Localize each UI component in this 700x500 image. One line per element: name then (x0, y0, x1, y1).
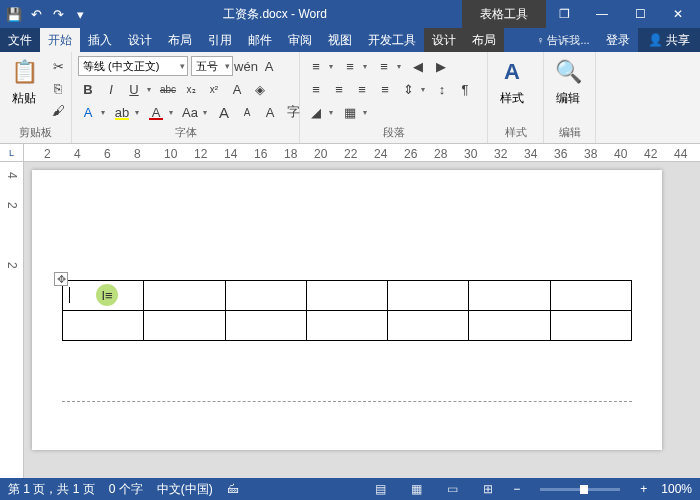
qa-redo[interactable]: ↷ (50, 7, 66, 22)
bullets-button[interactable]: ≡ (306, 56, 326, 76)
subscript-button[interactable]: x₂ (181, 79, 201, 99)
align-right-button[interactable]: ≡ (352, 79, 372, 99)
win-restore-icon[interactable]: ❐ (546, 7, 582, 21)
italic-button[interactable]: I (101, 79, 121, 99)
line-spacing-button[interactable]: ⇕ (398, 79, 418, 99)
indent-inc-button[interactable]: ▶ (431, 56, 451, 76)
ruler-corner[interactable]: L (0, 144, 24, 162)
clear-format-button[interactable]: ◈ (250, 79, 270, 99)
align-center-button[interactable]: ≡ (329, 79, 349, 99)
table-row[interactable]: I≡ (63, 281, 632, 311)
tab-developer[interactable]: 开发工具 (360, 28, 424, 52)
page: ✥ I≡ (32, 170, 662, 450)
qa-undo[interactable]: ↶ (28, 7, 44, 22)
view-read-icon[interactable]: ▤ (369, 482, 391, 496)
superscript-button[interactable]: x² (204, 79, 224, 99)
cut-button[interactable]: ✂ (48, 56, 68, 76)
page-break-line (62, 401, 632, 402)
tab-view[interactable]: 视图 (320, 28, 360, 52)
zoom-out-button[interactable]: − (513, 482, 520, 496)
table-cell[interactable] (388, 281, 469, 311)
shading-button[interactable]: ◢ (306, 102, 326, 122)
ruler-vertical[interactable]: 422 (0, 162, 24, 478)
win-min-icon[interactable]: — (584, 7, 620, 21)
tab-references[interactable]: 引用 (200, 28, 240, 52)
tab-table-layout[interactable]: 布局 (464, 28, 504, 52)
shrink-font-button[interactable]: A (237, 102, 257, 122)
styles-button[interactable]: A 样式 (492, 54, 532, 109)
numbering-button[interactable]: ≡ (340, 56, 360, 76)
format-painter-button[interactable]: 🖌 (48, 100, 68, 120)
find-button[interactable]: 🔍 编辑 (548, 54, 588, 109)
char-border-button[interactable]: A (259, 56, 279, 76)
tab-insert[interactable]: 插入 (80, 28, 120, 52)
table-cell[interactable] (388, 311, 469, 341)
table-cell[interactable] (550, 281, 631, 311)
char-shading-button[interactable]: A (78, 102, 98, 122)
share-icon: 👤 (648, 33, 663, 47)
view-print-icon[interactable]: ▦ (405, 482, 427, 496)
table-cell[interactable] (225, 281, 306, 311)
align-justify-button[interactable]: ≡ (375, 79, 395, 99)
multilevel-button[interactable]: ≡ (374, 56, 394, 76)
status-word-count[interactable]: 0 个字 (109, 481, 143, 498)
table-cell[interactable]: I≡ (63, 281, 144, 311)
table-cell[interactable] (225, 311, 306, 341)
table-cell[interactable] (144, 311, 225, 341)
tell-me[interactable]: ♀ 告诉我... (528, 28, 597, 52)
tab-review[interactable]: 审阅 (280, 28, 320, 52)
tab-table-design[interactable]: 设计 (424, 28, 464, 52)
qa-save[interactable]: 💾 (6, 7, 22, 22)
table-cell[interactable] (469, 311, 550, 341)
tab-home[interactable]: 开始 (40, 28, 80, 52)
win-close-icon[interactable]: ✕ (660, 7, 696, 21)
enclose-char-button[interactable]: A (260, 102, 280, 122)
font-size-combo[interactable]: 五号 (191, 56, 233, 76)
view-outline-icon[interactable]: ⊞ (477, 482, 499, 496)
status-language[interactable]: 中文(中国) (157, 481, 213, 498)
table-cell[interactable] (63, 311, 144, 341)
status-ime-icon[interactable]: 🖮 (227, 482, 239, 496)
win-max-icon[interactable]: ☐ (622, 7, 658, 21)
share-button[interactable]: 👤 共享 (638, 28, 700, 52)
document-viewport[interactable]: ✥ I≡ (24, 162, 700, 478)
table-cell[interactable] (306, 281, 387, 311)
show-marks-button[interactable]: ¶ (455, 79, 475, 99)
paste-button[interactable]: 📋 粘贴 (4, 54, 44, 109)
indent-dec-button[interactable]: ◀ (408, 56, 428, 76)
phonetic-button[interactable]: wén (236, 56, 256, 76)
bold-button[interactable]: B (78, 79, 98, 99)
ruler-horizontal[interactable]: 2468101214161820222426283032343638404244 (24, 144, 700, 162)
copy-button[interactable]: ⎘ (48, 78, 68, 98)
zoom-level[interactable]: 100% (661, 482, 692, 496)
tab-layout[interactable]: 布局 (160, 28, 200, 52)
underline-button[interactable]: U (124, 79, 144, 99)
login-link[interactable]: 登录 (598, 28, 638, 52)
change-case-button[interactable]: Aa (180, 102, 200, 122)
highlight-button[interactable]: ab (112, 102, 132, 122)
table-row[interactable] (63, 311, 632, 341)
zoom-slider[interactable] (540, 488, 620, 491)
table-cell[interactable] (550, 311, 631, 341)
document-table[interactable]: I≡ (62, 280, 632, 341)
view-web-icon[interactable]: ▭ (441, 482, 463, 496)
zoom-in-button[interactable]: + (640, 482, 647, 496)
status-page[interactable]: 第 1 页，共 1 页 (8, 481, 95, 498)
tab-file[interactable]: 文件 (0, 28, 40, 52)
font-color-button[interactable]: A (146, 102, 166, 122)
find-icon: 🔍 (552, 56, 584, 88)
tab-design[interactable]: 设计 (120, 28, 160, 52)
table-cell[interactable] (469, 281, 550, 311)
font-name-combo[interactable]: 等线 (中文正文) (78, 56, 188, 76)
sort-button[interactable]: ↕ (432, 79, 452, 99)
qa-more[interactable]: ▾ (72, 7, 88, 22)
tab-mailings[interactable]: 邮件 (240, 28, 280, 52)
grow-font-button[interactable]: A (214, 102, 234, 122)
borders-button[interactable]: ▦ (340, 102, 360, 122)
text-effects-button[interactable]: A (227, 79, 247, 99)
group-clipboard-label: 剪贴板 (4, 124, 67, 141)
table-cell[interactable] (306, 311, 387, 341)
align-left-button[interactable]: ≡ (306, 79, 326, 99)
table-cell[interactable] (144, 281, 225, 311)
strike-button[interactable]: abc (158, 79, 178, 99)
